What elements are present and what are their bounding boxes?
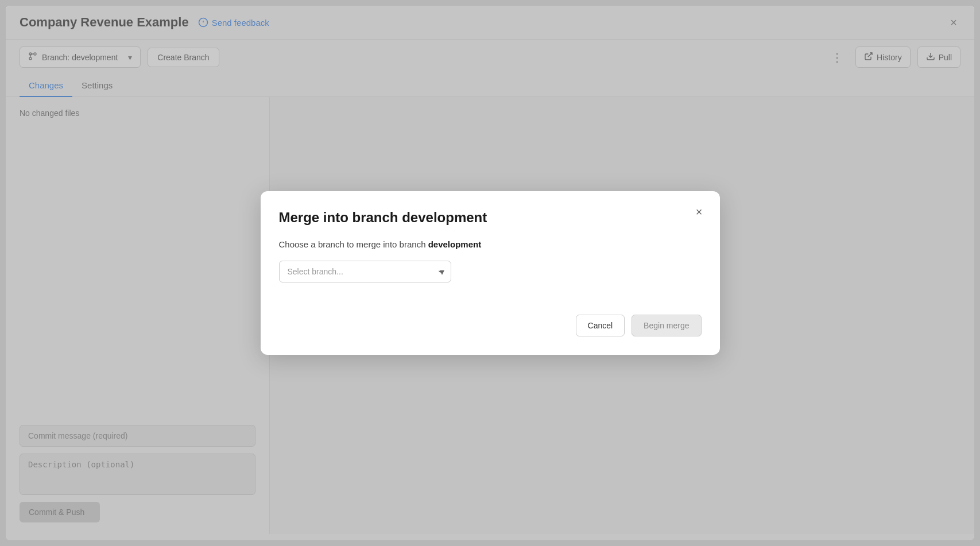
main-window: Company Revenue Example Send feedback × … [6,6,974,540]
modal-close-button[interactable]: × [690,203,708,221]
modal-branch-name: development [428,239,482,249]
modal-description: Choose a branch to merge into branch dev… [279,239,702,249]
begin-merge-button[interactable]: Begin merge [632,315,701,336]
merge-modal: × Merge into branch development Choose a… [261,191,720,355]
branch-select[interactable]: Select branch... [279,261,451,282]
cancel-button[interactable]: Cancel [576,315,625,336]
branch-select-wrapper: Select branch... ▾ [279,261,451,282]
modal-overlay: × Merge into branch development Choose a… [6,6,974,540]
modal-actions: Cancel Begin merge [279,315,702,336]
modal-description-prefix: Choose a branch to merge into branch [279,239,428,249]
modal-title: Merge into branch development [279,210,702,226]
